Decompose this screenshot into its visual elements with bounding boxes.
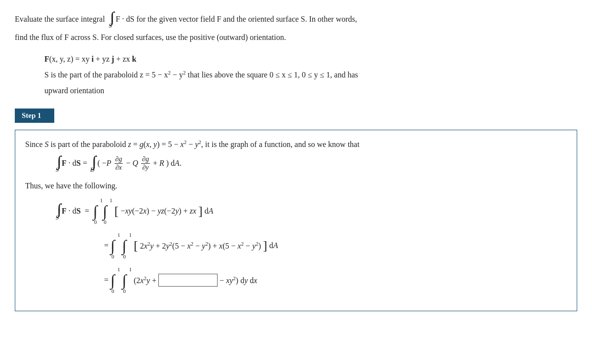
double-integral-symbol: ∫∫ S [109,10,112,29]
intro-prefix: Evaluate the surface integral [15,12,105,26]
f-ds-label: F · dS [62,159,81,168]
formula-4: = 1 ∫ 0 1 ∫ 0 (2x2y + − xy2) dy dx [104,266,567,294]
frac-dg-dx: ∂g ∂x [114,155,123,172]
frac-dg-dy: ∂g ∂y [141,155,150,172]
problem-block: F(x, y, z) = xy i + yz j + zx k S is the… [44,53,577,97]
formula-1: ∫∫ S F · dS = ∫∫ D ( −P ∂g ∂x − Q ∂g ∂y … [55,154,567,173]
dbl-int-s-2: ∫∫ S [56,202,59,220]
dbl-int-s-left: ∫∫ S [56,154,59,173]
dbl-int-d: ∫∫ D [90,154,95,173]
answer-input-box[interactable] [158,274,218,287]
formula-2: ∫∫ S F · dS = 1 ∫ 0 1 ∫ 0 [ −xy(−2x) − y… [55,197,567,225]
step-banner: Step 1 [15,109,54,123]
intro-line2: find the flux of F across S. For closed … [15,31,577,44]
integral-subscript-s: S [109,22,112,29]
intro-line1: Evaluate the surface integral ∫∫ S F · d… [15,10,577,29]
formula-3: = 1 ∫ 0 1 ∫ 0 [ 2x2y + 2y2(5 − x2 − y2) … [104,232,567,259]
step1-container: Step 1 Since S is part of the paraboloid… [15,109,577,311]
thus-text: Thus, we have the following. [25,180,567,192]
intro-block: Evaluate the surface integral ∫∫ S F · d… [15,10,577,44]
f-definition: F(x, y, z) = xy i + yz j + zx k [44,53,577,66]
step-section: Since S is part of the paraboloid z = g(… [15,130,577,311]
f-ds-2: F · dS [62,207,81,216]
since-text: Since S is part of the paraboloid z = g(… [25,138,567,151]
s-orientation: upward orientation [44,84,577,97]
s-description: S is the part of the paraboloid z = 5 − … [44,69,577,81]
f-label: F [44,55,49,63]
step-header-row: Step 1 [15,109,577,123]
intro-middle: F · dS for the given vector field F and … [116,12,357,26]
